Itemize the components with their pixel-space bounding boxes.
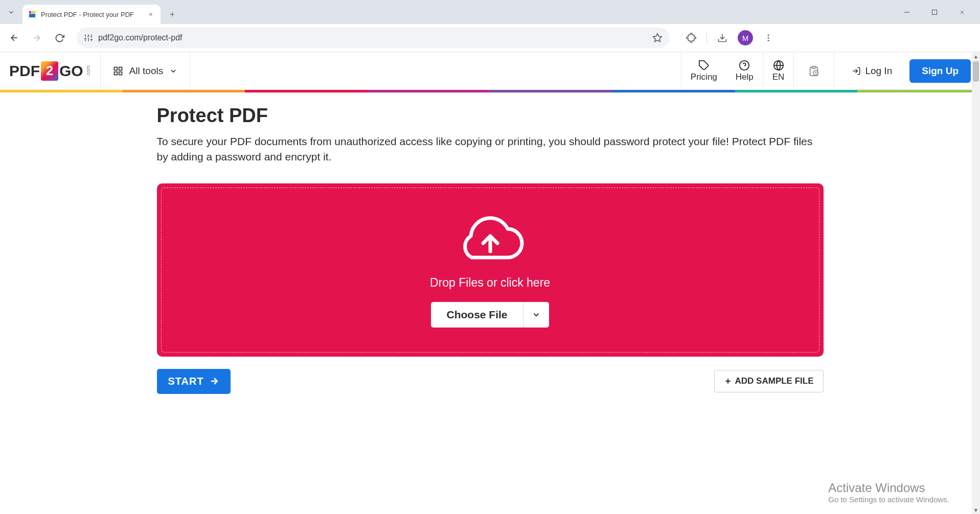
minimize-icon	[904, 9, 910, 15]
site-header: PDF 2 GO .com All tools Pricing Help	[0, 52, 980, 90]
pricing-label: Pricing	[691, 72, 717, 82]
browser-menu-button[interactable]	[760, 30, 777, 46]
add-sample-file-button[interactable]: ADD SAMPLE FILE	[714, 370, 824, 392]
chevron-down-icon	[8, 9, 15, 16]
tag-icon	[698, 60, 710, 71]
cloud-upload-icon	[454, 216, 526, 267]
help-label: Help	[736, 72, 754, 82]
extensions-button[interactable]	[683, 30, 699, 46]
page-description: To secure your PDF documents from unauth…	[157, 134, 824, 165]
choose-file-dropdown[interactable]	[523, 302, 549, 328]
login-button[interactable]: Log In	[844, 65, 900, 77]
reload-button[interactable]	[50, 29, 69, 47]
scrollbar[interactable]: ▲ ▼	[972, 52, 980, 514]
plus-icon	[724, 377, 732, 385]
file-drop-zone[interactable]: Drop Files or click here Choose File	[157, 183, 824, 357]
history-link[interactable]	[793, 52, 834, 89]
scroll-thumb[interactable]	[973, 61, 979, 82]
rainbow-divider	[0, 90, 980, 92]
grid-icon	[113, 66, 123, 76]
login-icon	[852, 66, 861, 76]
new-tab-button[interactable]	[165, 7, 180, 22]
downloads-button[interactable]	[714, 30, 731, 46]
svg-rect-3	[29, 14, 35, 17]
add-sample-label: ADD SAMPLE FILE	[735, 376, 814, 386]
language-label: EN	[772, 72, 785, 82]
svg-point-26	[768, 37, 769, 39]
svg-rect-31	[114, 72, 117, 75]
svg-rect-2	[32, 11, 35, 13]
start-button[interactable]: START	[157, 369, 231, 394]
svg-rect-9	[932, 10, 937, 15]
arrow-left-icon	[9, 33, 19, 43]
svg-rect-29	[119, 67, 122, 70]
arrow-right-icon	[209, 376, 219, 386]
all-tools-label: All tools	[129, 65, 164, 77]
clipboard-clock-icon	[806, 65, 822, 77]
drop-text: Drop Files or click here	[430, 276, 550, 290]
window-minimize-button[interactable]	[899, 5, 915, 20]
tune-icon	[84, 33, 93, 42]
window-close-button[interactable]	[954, 5, 970, 20]
puzzle-icon	[686, 33, 696, 43]
close-icon	[148, 12, 153, 17]
logo-badge: 2	[41, 61, 58, 81]
logo-text: GO	[59, 62, 83, 80]
star-icon	[652, 33, 663, 43]
favicon-icon	[28, 10, 37, 19]
logo-text: PDF	[9, 62, 40, 80]
tab-close-button[interactable]	[146, 10, 155, 19]
browser-toolbar: pdf2go.com/protect-pdf M	[0, 24, 980, 52]
pricing-link[interactable]: Pricing	[681, 52, 726, 89]
signup-button[interactable]: Sign Up	[909, 59, 971, 83]
help-link[interactable]: Help	[726, 52, 763, 89]
svg-marker-23	[653, 34, 662, 42]
maximize-icon	[931, 9, 938, 15]
svg-point-27	[768, 40, 769, 41]
logo[interactable]: PDF 2 GO .com	[0, 52, 101, 89]
all-tools-menu[interactable]: All tools	[101, 52, 191, 89]
start-label: START	[168, 376, 204, 387]
forward-button[interactable]	[28, 29, 46, 47]
svg-point-25	[768, 34, 769, 36]
svg-rect-30	[119, 72, 122, 75]
scroll-down-arrow[interactable]: ▼	[972, 506, 980, 514]
svg-rect-37	[812, 66, 816, 68]
scroll-up-arrow[interactable]: ▲	[972, 52, 980, 60]
chevron-down-icon	[532, 310, 541, 319]
globe-icon	[773, 60, 784, 71]
reload-icon	[55, 33, 64, 43]
tabs-dropdown-button[interactable]	[0, 3, 22, 22]
more-vertical-icon	[764, 33, 773, 42]
profile-avatar[interactable]: M	[738, 30, 753, 45]
chevron-down-icon	[169, 67, 177, 75]
choose-file-button[interactable]: Choose File	[431, 302, 522, 328]
svg-rect-1	[29, 11, 31, 13]
login-label: Log In	[865, 65, 892, 77]
separator	[706, 32, 707, 44]
windows-activation-watermark: Activate Windows Go to Settings to activ…	[828, 481, 949, 504]
close-icon	[959, 9, 965, 15]
back-button[interactable]	[5, 29, 24, 47]
address-bar[interactable]: pdf2go.com/protect-pdf	[77, 28, 670, 48]
browser-tab[interactable]: Protect PDF - Protect your PDF	[22, 5, 161, 24]
language-selector[interactable]: EN	[763, 52, 794, 89]
bookmark-button[interactable]	[652, 33, 663, 43]
help-icon	[739, 60, 750, 71]
site-settings-icon[interactable]	[84, 33, 93, 42]
arrow-right-icon	[32, 33, 42, 43]
plus-icon	[169, 11, 176, 18]
url-text: pdf2go.com/protect-pdf	[98, 33, 647, 42]
tab-title: Protect PDF - Protect your PDF	[41, 11, 142, 18]
logo-suffix: .com	[85, 65, 91, 77]
svg-rect-28	[114, 67, 117, 70]
download-icon	[717, 33, 727, 43]
window-maximize-button[interactable]	[927, 5, 942, 20]
browser-tab-strip: Protect PDF - Protect your PDF	[0, 0, 980, 24]
page-title: Protect PDF	[157, 105, 824, 127]
